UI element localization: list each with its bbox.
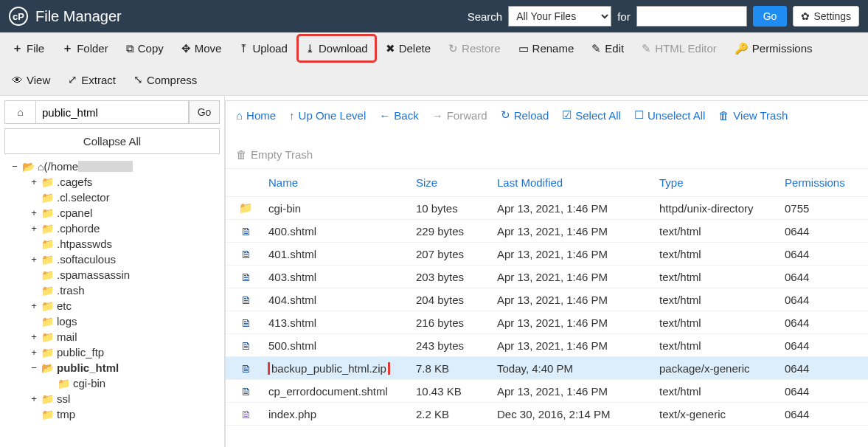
toggle-icon[interactable]: + <box>29 300 38 311</box>
tree-node[interactable]: +📁.htpasswds <box>7 236 220 252</box>
move-button[interactable]: ✥Move <box>174 35 229 61</box>
delete-button[interactable]: ✖Delete <box>378 35 438 61</box>
tree-node[interactable]: +📁etc <box>7 298 220 313</box>
folder-icon: 📁 <box>58 378 70 389</box>
copy-button[interactable]: ⧉Copy <box>119 35 171 61</box>
tree-node-label: cgi-bin <box>73 377 105 389</box>
nav-select-all[interactable]: ☑Select All <box>562 108 621 122</box>
tree-node[interactable]: +📁.softaculous <box>7 252 220 267</box>
cell-modified: Apr 13, 2021, 1:46 PM <box>493 225 655 238</box>
uncheck-icon: ☐ <box>634 108 644 122</box>
toolbar: ＋File ＋Folder ⧉Copy ✥Move ⤒Upload ⤓Downl… <box>0 32 868 96</box>
table-row[interactable]: 🗎500.shtml243 bytesApr 13, 2021, 1:46 PM… <box>226 334 868 357</box>
toggle-icon[interactable]: + <box>29 393 38 404</box>
file-icon: 🗎 <box>240 339 251 352</box>
tree-node-label: public_html <box>57 361 119 374</box>
search-go-button[interactable]: Go <box>753 6 788 27</box>
table-row[interactable]: 🗎index.php2.2 KBDec 30, 2016, 2:14 PMtex… <box>226 403 868 426</box>
view-button[interactable]: 👁View <box>4 67 58 92</box>
nav-home[interactable]: ⌂Home <box>236 109 276 122</box>
tree-node[interactable]: +📁public_ftp <box>7 344 220 360</box>
path-go-button[interactable]: Go <box>189 100 220 124</box>
redacted-username <box>78 161 133 172</box>
compress-button[interactable]: ⤡Compress <box>126 67 204 92</box>
folder-icon: 📁 <box>41 176 54 188</box>
nav-up[interactable]: ↑Up One Level <box>289 109 366 122</box>
upload-button[interactable]: ⤒Upload <box>232 35 295 61</box>
tree-node[interactable]: +📁ssl <box>7 391 220 406</box>
tree-node[interactable]: +📁mail <box>7 329 220 344</box>
toggle-icon[interactable]: + <box>29 207 38 218</box>
tree-node-label: .cphorde <box>57 222 100 235</box>
tree-node[interactable]: +📁logs <box>7 313 220 329</box>
cell-name: backup_public_html.zip <box>264 362 412 375</box>
html-editor-button[interactable]: ✎HTML Editor <box>634 35 724 61</box>
toggle-icon[interactable]: + <box>29 254 38 265</box>
tree-node[interactable]: −📂public_html <box>7 360 220 375</box>
folder-open-icon: 📂 <box>41 362 54 374</box>
tree-root[interactable]: − 📂 ⌂ (/home <box>7 159 220 174</box>
tree-node[interactable]: +📁.cagefs <box>7 174 220 190</box>
nav-back[interactable]: ←Back <box>379 109 418 122</box>
col-modified[interactable]: Last Modified <box>493 176 655 189</box>
file-button[interactable]: ＋File <box>4 35 52 61</box>
tree-node-label: ssl <box>57 392 70 405</box>
cell-modified: Apr 13, 2021, 1:46 PM <box>493 385 655 398</box>
extract-button[interactable]: ⤢Extract <box>60 67 123 92</box>
toggle-icon[interactable]: + <box>29 223 38 234</box>
restore-button[interactable]: ↻Restore <box>441 35 508 61</box>
nav-forward[interactable]: →Forward <box>432 109 487 122</box>
nav-empty-trash[interactable]: 🗑Empty Trash <box>236 148 313 161</box>
toggle-icon[interactable]: − <box>29 362 38 373</box>
path-input[interactable] <box>35 100 189 124</box>
tree-node[interactable]: +📁.cl.selector <box>7 190 220 205</box>
col-name[interactable]: Name <box>264 176 412 189</box>
download-button[interactable]: ⤓Download <box>298 35 375 61</box>
nav-reload[interactable]: ↻Reload <box>501 108 549 122</box>
php-icon: 🗎 <box>240 408 251 420</box>
col-size[interactable]: Size <box>412 176 493 189</box>
upload-icon: ⤒ <box>239 42 249 55</box>
table-row[interactable]: 🗎413.shtml216 bytesApr 13, 2021, 1:46 PM… <box>226 311 868 334</box>
folder-icon: 📁 <box>41 300 54 312</box>
search-scope-select[interactable]: All Your Files <box>508 6 611 27</box>
folder-icon: 📁 <box>41 393 54 405</box>
tree-node-label: .trash <box>57 284 85 297</box>
collapse-all-button[interactable]: Collapse All <box>4 128 220 154</box>
folder-button[interactable]: ＋Folder <box>55 35 116 61</box>
tree-node[interactable]: +📁.spamassassin <box>7 267 220 283</box>
highlighted-name: backup_public_html.zip <box>268 362 389 375</box>
settings-button[interactable]: ✿ Settings <box>793 6 859 27</box>
cell-permissions: 0644 <box>780 385 868 398</box>
table-row[interactable]: 🗎400.shtml229 bytesApr 13, 2021, 1:46 PM… <box>226 220 868 243</box>
cell-permissions: 0644 <box>780 362 868 375</box>
toggle-icon[interactable]: + <box>29 347 38 358</box>
edit-button[interactable]: ✎Edit <box>584 35 631 61</box>
table-row[interactable]: 🗎404.shtml204 bytesApr 13, 2021, 1:46 PM… <box>226 288 868 311</box>
tree-node[interactable]: +📁.cphorde <box>7 221 220 236</box>
nav-unselect-all[interactable]: ☐Unselect All <box>634 108 705 122</box>
rename-button[interactable]: ▭Rename <box>511 35 582 61</box>
col-type[interactable]: Type <box>655 176 780 189</box>
check-icon: ☑ <box>562 108 572 122</box>
tree-node[interactable]: +📁tmp <box>7 406 220 422</box>
table-row[interactable]: 🗎backup_public_html.zip7.8 KBToday, 4:40… <box>226 357 868 380</box>
tree-node[interactable]: +📁cgi-bin <box>7 375 220 391</box>
search-input[interactable] <box>636 6 747 27</box>
table-row[interactable]: 🗎401.shtml207 bytesApr 13, 2021, 1:46 PM… <box>226 243 868 266</box>
toggle-icon[interactable]: + <box>29 331 38 342</box>
nav-view-trash[interactable]: 🗑View Trash <box>718 109 788 122</box>
col-permissions[interactable]: Permissions <box>780 176 868 189</box>
tree-node[interactable]: +📁.trash <box>7 283 220 298</box>
table-row[interactable]: 📁cgi-bin10 bytesApr 13, 2021, 1:46 PMhtt… <box>226 197 868 220</box>
plus-icon: ＋ <box>12 41 23 55</box>
permissions-button[interactable]: 🔑Permissions <box>727 35 820 61</box>
file-icon: 🗎 <box>240 248 251 260</box>
collapse-icon[interactable]: − <box>10 161 19 172</box>
tree-node[interactable]: +📁.cpanel <box>7 205 220 221</box>
toggle-icon[interactable]: + <box>29 176 38 187</box>
cell-name: cgi-bin <box>264 202 412 215</box>
table-row[interactable]: 🗎403.shtml203 bytesApr 13, 2021, 1:46 PM… <box>226 266 868 288</box>
home-path-icon[interactable]: ⌂ <box>4 100 35 124</box>
table-row[interactable]: 🗎cp_errordocument.shtml10.43 KBApr 13, 2… <box>226 380 868 403</box>
